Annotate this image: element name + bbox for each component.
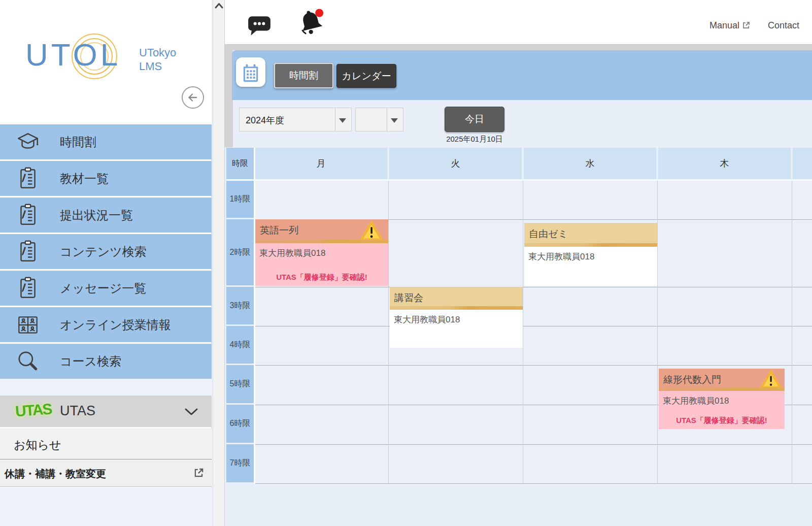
sidebar-item-label: 時間割 — [60, 134, 96, 150]
course-entry-senkei-daisu[interactable]: 線形代数入門 東大用教職員018 UTAS「履修登録」要確認! — [659, 369, 785, 429]
entry-header-strip — [390, 306, 523, 310]
tab-calendar[interactable]: カレンダー — [336, 64, 396, 88]
utol-app: UTOL UTokyoLMS 時間割 教材一覧 提出状況一覧 — [0, 0, 812, 526]
logo-subtitle-line2: LMS — [139, 60, 162, 73]
select-arrow-zone — [387, 108, 403, 131]
sidebar-collapse-button[interactable] — [181, 85, 205, 110]
course-instructor: 東大用教職員018 — [259, 247, 388, 259]
sidebar-item-label: 提出状況一覧 — [60, 207, 133, 223]
sidebar-item-message-list[interactable]: メッセージ一覧 — [0, 271, 212, 306]
bell-icon — [296, 32, 326, 40]
utas-warning-text: UTAS「履修登録」要確認! — [662, 416, 782, 425]
grid-gap — [226, 179, 812, 181]
online-class-icon — [15, 312, 41, 338]
course-entry-header: 自由ゼミ — [524, 223, 657, 247]
utas-label: UTAS — [60, 403, 95, 419]
sidebar-item-label: オンライン授業情報 — [60, 317, 171, 333]
chat-bubble-icon — [247, 30, 272, 38]
sidebar-item-label: 教材一覧 — [60, 171, 109, 187]
logo-text: UTOL — [25, 37, 121, 73]
course-entry-body: 東大用教職員018 — [524, 247, 657, 286]
entry-header-strip — [524, 243, 657, 247]
select-arrow-zone — [335, 108, 351, 131]
sidebar-item-label: メッセージ一覧 — [60, 280, 146, 297]
scroll-up-arrow-icon[interactable] — [214, 2, 224, 13]
calendar-icon — [241, 76, 260, 84]
utas-warning-text: UTAS「履修登録」要確認! — [258, 273, 385, 282]
sidebar-item-notices[interactable]: お知らせ — [0, 429, 212, 459]
external-link-icon — [193, 467, 205, 480]
utol-logo: UTOL UTokyoLMS — [0, 0, 212, 124]
year-select-value: 2024年度 — [246, 114, 284, 126]
period-label-3: 3時限 — [226, 287, 254, 324]
course-entry-header: 線形代数入門 — [659, 369, 785, 391]
sidebar-item-timetable[interactable]: 時間割 — [0, 124, 212, 159]
day-header-fri: 金 — [793, 148, 812, 179]
day-header-tue: 火 — [389, 148, 522, 179]
logo-subtitle-line1: UTokyo — [139, 46, 176, 59]
day-header-mon: 月 — [255, 148, 387, 179]
period-label-4: 4時限 — [226, 326, 254, 364]
period-label-2: 2時限 — [226, 219, 254, 285]
period-column-header: 時限 — [226, 148, 254, 179]
course-entry-jiyu-zemi[interactable]: 自由ゼミ 東大用教職員018 — [524, 223, 657, 286]
tab-timetable[interactable]: 時間割 — [274, 63, 333, 88]
external-link-icon — [739, 20, 751, 30]
course-entry-body: 東大用教職員018 UTAS「履修登録」要確認! — [255, 243, 388, 286]
messages-button[interactable] — [247, 13, 272, 37]
clipboard-icon — [15, 239, 41, 265]
course-entry-koshukai[interactable]: 講習会 東大用教職員018 — [390, 287, 523, 348]
grid-row-line — [255, 287, 812, 287]
dropdown-arrow-icon — [339, 118, 346, 123]
search-icon — [15, 349, 41, 374]
term-select[interactable] — [355, 108, 403, 132]
manual-link[interactable]: Manual — [709, 20, 751, 31]
period-label-5: 5時限 — [226, 365, 254, 403]
grid-column-line — [388, 181, 389, 484]
sidebar-item-label: コンテンツ検索 — [60, 244, 147, 260]
utas-logo-icon: UTAS — [15, 401, 52, 420]
sidebar-item-submission-status[interactable]: 提出状況一覧 — [0, 198, 212, 233]
grid-row-line — [255, 326, 812, 326]
graduation-cap-icon — [15, 129, 41, 155]
day-header-wed: 水 — [524, 148, 656, 179]
sidebar-item-online-class-info[interactable]: オンライン授業情報 — [0, 307, 212, 342]
notifications-button[interactable] — [296, 7, 326, 39]
course-title: 自由ゼミ — [529, 227, 568, 241]
day-header-thu: 木 — [658, 148, 791, 179]
today-button[interactable]: 今日 — [445, 107, 504, 132]
course-instructor: 東大用教職員018 — [663, 395, 785, 407]
sidebar-footer-space — [0, 487, 212, 526]
sidebar-item-class-changes[interactable]: 休講・補講・教室変更 — [0, 460, 212, 487]
sidebar-item-course-search[interactable]: コース検索 — [0, 344, 212, 379]
sidebar-divider — [0, 379, 212, 396]
sidebar-item-materials[interactable]: 教材一覧 — [0, 161, 212, 196]
period-label-7: 7時限 — [226, 444, 254, 482]
course-entry-header: 講習会 — [390, 287, 523, 310]
period-label-6: 6時限 — [226, 405, 254, 443]
logo-subtitle: UTokyoLMS — [139, 46, 176, 73]
course-entry-body: 東大用教職員018 UTAS「履修登録」要確認! — [659, 391, 785, 429]
course-entry-header: 英語一列 — [255, 219, 388, 243]
course-entry-eigo-ichiretsu[interactable]: 英語一列 東大用教職員018 UTAS「履修登録」要確認! — [255, 219, 388, 286]
year-select[interactable]: 2024年度 — [239, 108, 352, 132]
sidebar-item-label: コース検索 — [60, 353, 121, 370]
period-label-1: 1時限 — [226, 181, 254, 218]
dropdown-arrow-icon — [391, 118, 398, 123]
course-title: 線形代数入門 — [663, 373, 721, 386]
class-changes-label: 休講・補講・教室変更 — [5, 467, 106, 481]
manual-label: Manual — [709, 20, 739, 30]
chevron-down-icon — [184, 408, 198, 418]
contact-link[interactable]: Contact — [768, 20, 799, 31]
notification-dot — [315, 9, 323, 17]
grid-column-line — [523, 181, 523, 484]
sidebar: UTOL UTokyoLMS 時間割 教材一覧 提出状況一覧 — [0, 0, 212, 526]
course-title: 講習会 — [394, 291, 423, 305]
grid-row-line — [255, 444, 812, 445]
grid-row-line — [255, 365, 812, 366]
clipboard-icon — [15, 166, 41, 191]
sidebar-scrollbar[interactable] — [213, 0, 225, 526]
calendar-view-button[interactable] — [236, 57, 265, 87]
sidebar-utas-section[interactable]: UTAS UTAS — [0, 396, 212, 427]
sidebar-item-content-search[interactable]: コンテンツ検索 — [0, 234, 212, 269]
